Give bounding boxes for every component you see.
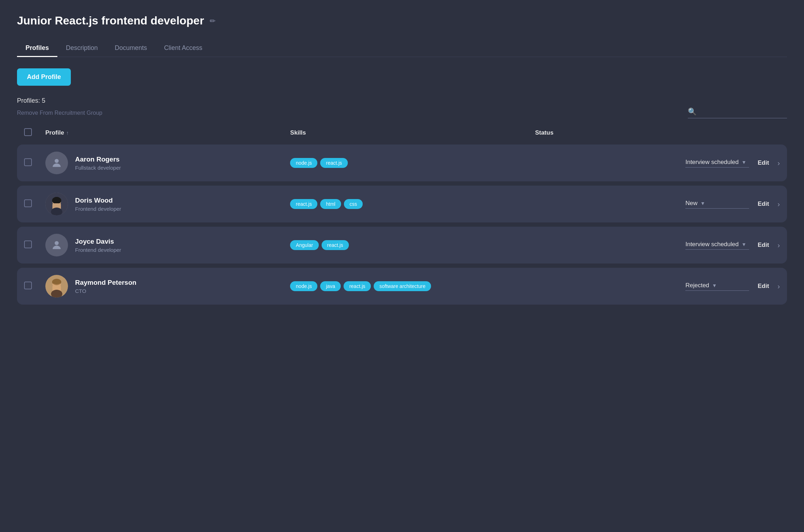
dropdown-arrow-icon: ▼ bbox=[741, 242, 746, 247]
svg-point-4 bbox=[53, 197, 61, 203]
avatar bbox=[45, 152, 68, 174]
svg-point-10 bbox=[52, 279, 61, 285]
dropdown-arrow-icon: ▼ bbox=[712, 283, 717, 288]
select-all-checkbox[interactable] bbox=[24, 128, 32, 136]
skill-tag: css bbox=[344, 199, 363, 209]
profile-name: Joyce Davis bbox=[75, 238, 121, 245]
status-text: Interview scheduled bbox=[685, 241, 738, 248]
profile-text: Aaron Rogers Fullstack developer bbox=[75, 155, 121, 171]
profiles-count: Profiles: 5 bbox=[17, 97, 787, 104]
chevron-right-icon[interactable]: › bbox=[777, 241, 780, 249]
profile-role: Frontend developer bbox=[75, 206, 121, 212]
chevron-right-icon[interactable]: › bbox=[777, 200, 780, 208]
status-col-header: Status bbox=[535, 129, 780, 136]
tab-profiles[interactable]: Profiles bbox=[17, 40, 57, 57]
search-box: 🔍 bbox=[688, 107, 787, 118]
profile-checkbox[interactable] bbox=[24, 158, 32, 166]
profiles-list: Aaron Rogers Fullstack developer node.js… bbox=[17, 145, 787, 305]
svg-point-0 bbox=[55, 159, 58, 163]
chevron-right-icon[interactable]: › bbox=[777, 159, 780, 167]
profile-role: Fullstack developer bbox=[75, 165, 121, 171]
svg-point-7 bbox=[55, 241, 58, 245]
status-dropdown[interactable]: New ▼ bbox=[685, 200, 749, 209]
title-row: Junior React.js frontend developer ✏ bbox=[17, 14, 787, 27]
profile-info: Doris Wood Frontend developer bbox=[45, 193, 290, 215]
status-dropdown[interactable]: Interview scheduled ▼ bbox=[685, 159, 749, 168]
search-input[interactable] bbox=[700, 108, 785, 115]
table-toolbar: Remove From Recruitment Group 🔍 bbox=[17, 107, 787, 118]
edit-button[interactable]: Edit bbox=[758, 159, 769, 166]
profile-text: Doris Wood Frontend developer bbox=[75, 197, 121, 212]
skill-tag: react.js bbox=[290, 199, 317, 209]
dropdown-arrow-icon: ▼ bbox=[741, 159, 746, 165]
table-header: Profile ↑ Skills Status bbox=[17, 124, 787, 142]
status-text: New bbox=[685, 200, 697, 207]
profile-checkbox[interactable] bbox=[24, 240, 32, 248]
tabs-nav: Profiles Description Documents Client Ac… bbox=[17, 40, 787, 57]
skills-cell: node.jsreact.js bbox=[290, 158, 535, 168]
status-cell: Rejected ▼ Edit › bbox=[535, 282, 780, 291]
avatar bbox=[45, 193, 68, 215]
edit-button[interactable]: Edit bbox=[758, 242, 769, 249]
profile-card: Joyce Davis Frontend developer Angularre… bbox=[17, 227, 787, 264]
sort-icon[interactable]: ↑ bbox=[66, 130, 69, 136]
tab-client-access[interactable]: Client Access bbox=[155, 40, 211, 57]
profile-role: Frontend developer bbox=[75, 247, 121, 253]
skill-tag: html bbox=[320, 199, 341, 209]
status-cell: Interview scheduled ▼ Edit › bbox=[535, 159, 780, 168]
avatar bbox=[45, 234, 68, 256]
edit-button[interactable]: Edit bbox=[758, 283, 769, 290]
chevron-right-icon[interactable]: › bbox=[777, 282, 780, 290]
status-text: Rejected bbox=[685, 282, 709, 289]
status-text: Interview scheduled bbox=[685, 159, 738, 166]
skills-cell: react.jshtmlcss bbox=[290, 199, 535, 209]
page-container: Junior React.js frontend developer ✏ Pro… bbox=[17, 14, 787, 305]
profile-col-header: Profile ↑ bbox=[45, 129, 290, 136]
checkbox-header-col bbox=[24, 128, 45, 137]
skill-tag: Angular bbox=[290, 240, 318, 250]
profile-card: Doris Wood Frontend developer react.jsht… bbox=[17, 186, 787, 222]
title-edit-icon[interactable]: ✏ bbox=[210, 17, 216, 25]
skill-tag: software architecture bbox=[374, 281, 431, 291]
profile-name: Raymond Peterson bbox=[75, 279, 136, 287]
dropdown-arrow-icon: ▼ bbox=[700, 200, 705, 206]
skill-tag: java bbox=[320, 281, 341, 291]
profile-info: Aaron Rogers Fullstack developer bbox=[45, 152, 290, 174]
status-dropdown[interactable]: Rejected ▼ bbox=[685, 282, 749, 291]
profile-name: Aaron Rogers bbox=[75, 155, 121, 163]
profile-info: Raymond Peterson CTO bbox=[45, 275, 290, 298]
skills-cell: node.jsjavareact.jssoftware architecture bbox=[290, 281, 535, 291]
profile-text: Raymond Peterson CTO bbox=[75, 279, 136, 294]
skills-cell: Angularreact.js bbox=[290, 240, 535, 250]
tab-documents[interactable]: Documents bbox=[106, 40, 155, 57]
profile-text: Joyce Davis Frontend developer bbox=[75, 238, 121, 253]
checkbox-col bbox=[24, 158, 45, 168]
skill-tag: react.js bbox=[344, 281, 371, 291]
page-title: Junior React.js frontend developer bbox=[17, 14, 204, 27]
remove-from-group-text[interactable]: Remove From Recruitment Group bbox=[17, 110, 102, 116]
status-cell: New ▼ Edit › bbox=[535, 200, 780, 209]
tab-description[interactable]: Description bbox=[57, 40, 106, 57]
status-cell: Interview scheduled ▼ Edit › bbox=[535, 241, 780, 250]
checkbox-col bbox=[24, 240, 45, 250]
edit-button[interactable]: Edit bbox=[758, 200, 769, 208]
status-dropdown[interactable]: Interview scheduled ▼ bbox=[685, 241, 749, 250]
skill-tag: react.js bbox=[320, 158, 347, 168]
skill-tag: node.js bbox=[290, 158, 317, 168]
profile-info: Joyce Davis Frontend developer bbox=[45, 234, 290, 256]
checkbox-col bbox=[24, 199, 45, 209]
search-icon: 🔍 bbox=[688, 107, 697, 116]
skills-col-header: Skills bbox=[290, 129, 535, 136]
profile-card: Raymond Peterson CTO node.jsjavareact.js… bbox=[17, 268, 787, 305]
avatar bbox=[45, 275, 68, 298]
profile-name: Doris Wood bbox=[75, 197, 121, 204]
add-profile-button[interactable]: Add Profile bbox=[17, 68, 71, 86]
profile-checkbox[interactable] bbox=[24, 199, 32, 207]
skill-tag: node.js bbox=[290, 281, 317, 291]
profile-role: CTO bbox=[75, 288, 136, 294]
profile-checkbox[interactable] bbox=[24, 282, 32, 289]
profile-card: Aaron Rogers Fullstack developer node.js… bbox=[17, 145, 787, 181]
skill-tag: react.js bbox=[322, 240, 349, 250]
checkbox-col bbox=[24, 282, 45, 291]
